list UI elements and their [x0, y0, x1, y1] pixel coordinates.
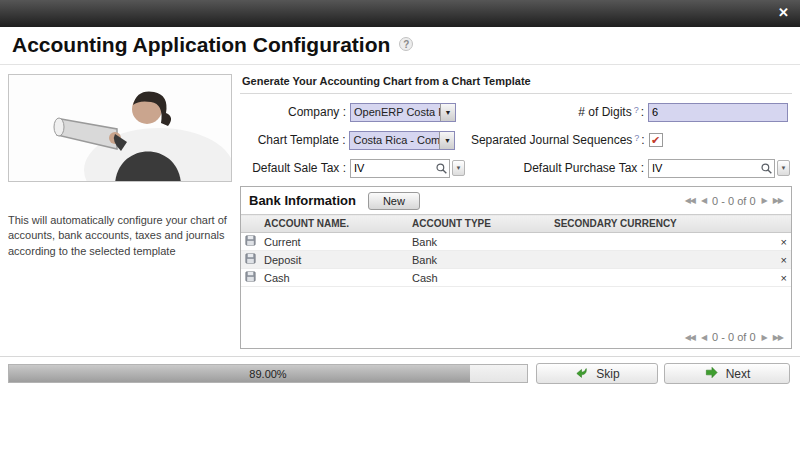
skip-button-label: Skip [596, 367, 619, 381]
skip-arrow-icon [574, 365, 589, 383]
table-row[interactable]: Current Bank × [241, 233, 791, 251]
digits-input[interactable] [648, 103, 788, 122]
pager-last-icon[interactable]: ▶▶ [773, 196, 783, 205]
digits-label-wrap: # of Digits?: [472, 105, 644, 119]
bank-information-header: Bank Information New ◀◀ ◀ 0 - 0 of 0 ▶ ▶… [241, 187, 791, 214]
column-header-account-name: ACCOUNT NAME. [260, 215, 408, 233]
skip-button[interactable]: Skip [536, 363, 658, 384]
column-header-secondary-currency: SECONDARY CURRENCY [550, 215, 771, 233]
bank-information-title: Bank Information [249, 193, 356, 208]
account-type-cell: Bank [408, 251, 550, 269]
separated-help-icon[interactable]: ? [634, 133, 639, 143]
sale-tax-field [350, 159, 450, 178]
purchase-tax-dropdown-button[interactable]: ▼ [777, 160, 790, 176]
secondary-currency-cell [550, 269, 771, 287]
separated-journal-label: Separated Journal Sequences [471, 133, 632, 147]
chart-template-select-value: Costa Rica - Company [350, 132, 439, 149]
sale-tax-dropdown-button[interactable]: ▼ [452, 160, 465, 176]
megaphone-woman-image [9, 75, 232, 182]
delete-row-icon[interactable]: × [771, 251, 791, 269]
company-select-value: OpenERP Costa Rica [351, 104, 440, 121]
progress-label: 89.00% [9, 365, 527, 384]
progress-bar: 89.00% [8, 364, 528, 383]
pager-prev-icon[interactable]: ◀ [701, 196, 706, 205]
search-icon [760, 162, 773, 178]
pager-next-icon[interactable]: ▶ [762, 196, 767, 205]
footer-bar: 89.00% Skip Next [8, 363, 792, 384]
chart-template-label: Chart Template : [240, 133, 345, 147]
form-row-company: Company : OpenERP Costa Rica ▼ # of Digi… [240, 98, 792, 126]
form-row-chart-template: Chart Template : Costa Rica - Company ▼ … [240, 126, 792, 154]
label-colon: : [641, 105, 644, 119]
bank-accounts-table: ACCOUNT NAME. ACCOUNT TYPE SECONDARY CUR… [241, 214, 791, 287]
bank-pager-bottom: ◀◀ ◀ 0 - 0 of 0 ▶ ▶▶ [685, 331, 783, 343]
pager-count: 0 - 0 of 0 [712, 331, 755, 343]
secondary-currency-cell [550, 233, 771, 251]
pager-prev-icon[interactable]: ◀ [701, 333, 706, 342]
pager-last-icon[interactable]: ▶▶ [773, 333, 783, 342]
sale-tax-label: Default Sale Tax : [240, 161, 346, 175]
section-title: Generate Your Accounting Chart from a Ch… [240, 70, 792, 94]
account-name-cell: Cash [260, 269, 408, 287]
page-title: Accounting Application Configuration [12, 33, 390, 57]
close-icon[interactable]: ✕ [778, 6, 789, 20]
account-type-cell: Cash [408, 269, 550, 287]
company-label: Company : [240, 105, 346, 119]
company-select[interactable]: OpenERP Costa Rica ▼ [350, 103, 456, 122]
pager-first-icon[interactable]: ◀◀ [685, 196, 695, 205]
description-text: This will automatically configure your c… [8, 213, 240, 259]
table-header-row: ACCOUNT NAME. ACCOUNT TYPE SECONDARY CUR… [241, 215, 791, 233]
form-row-taxes: Default Sale Tax : ▼ Default Purchase Ta… [240, 154, 792, 182]
delete-row-icon[interactable]: × [771, 233, 791, 251]
digits-label: # of Digits [578, 105, 631, 119]
config-illustration [8, 74, 232, 182]
footer-divider [0, 356, 800, 357]
separated-journal-checkbox[interactable]: ✔ [649, 133, 663, 147]
new-bank-button[interactable]: New [368, 192, 420, 210]
label-colon: : [641, 133, 644, 147]
purchase-tax-input[interactable] [649, 160, 756, 177]
page-header: Accounting Application Configuration ? [12, 33, 413, 57]
title-help-icon[interactable]: ? [399, 37, 413, 51]
bank-pager-top: ◀◀ ◀ 0 - 0 of 0 ▶ ▶▶ [685, 195, 783, 207]
pager-first-icon[interactable]: ◀◀ [685, 333, 695, 342]
chevron-down-icon: ▼ [439, 132, 454, 149]
purchase-tax-field [648, 159, 775, 178]
next-button[interactable]: Next [664, 363, 790, 384]
config-panel: Generate Your Accounting Chart from a Ch… [240, 70, 792, 349]
save-icon [241, 269, 260, 287]
chevron-down-icon: ▼ [440, 104, 455, 121]
secondary-currency-cell [550, 251, 771, 269]
account-name-cell: Current [260, 233, 408, 251]
table-header-empty [771, 215, 791, 233]
table-row[interactable]: Deposit Bank × [241, 251, 791, 269]
next-arrow-icon [704, 365, 719, 383]
dialog-titlebar: ✕ [0, 0, 800, 27]
header-divider [0, 64, 800, 65]
table-header-empty [241, 215, 260, 233]
pager-count: 0 - 0 of 0 [712, 195, 755, 207]
column-header-account-type: ACCOUNT TYPE [408, 215, 550, 233]
sale-tax-input[interactable] [351, 160, 431, 177]
checkmark-icon: ✔ [651, 134, 660, 146]
digits-help-icon[interactable]: ? [634, 105, 639, 115]
chart-template-select[interactable]: Costa Rica - Company ▼ [349, 131, 455, 150]
bank-information-group: Bank Information New ◀◀ ◀ 0 - 0 of 0 ▶ ▶… [240, 186, 792, 349]
account-name-cell: Deposit [260, 251, 408, 269]
next-button-label: Next [726, 367, 751, 381]
account-type-cell: Bank [408, 233, 550, 251]
purchase-tax-label: Default Purchase Tax : [472, 161, 644, 175]
search-icon [435, 162, 448, 178]
delete-row-icon[interactable]: × [771, 269, 791, 287]
pager-next-icon[interactable]: ▶ [762, 333, 767, 342]
table-row[interactable]: Cash Cash × [241, 269, 791, 287]
save-icon [241, 251, 260, 269]
separated-label-wrap: Separated Journal Sequences?: [471, 133, 645, 147]
save-icon [241, 233, 260, 251]
